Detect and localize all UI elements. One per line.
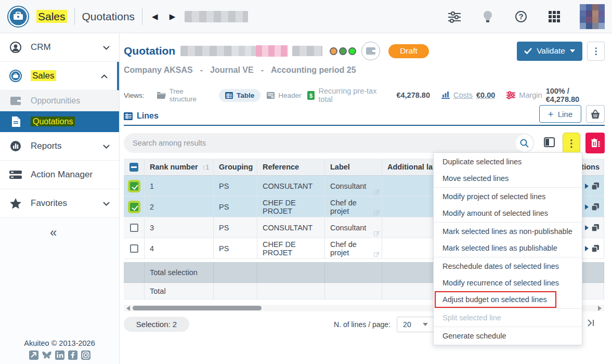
column-header-grouping[interactable]: Grouping <box>214 159 257 176</box>
search-input[interactable] <box>133 139 516 147</box>
menu-item-split-line: Split selected line <box>434 309 582 326</box>
sidebar-item-reports[interactable]: Reports <box>0 132 119 161</box>
sales-briefcase-icon <box>9 70 22 82</box>
edit-icon[interactable] <box>374 210 380 215</box>
sidebar-collapse-icon[interactable]: « <box>0 218 119 247</box>
header-view-icon <box>267 92 275 99</box>
prev-record-icon[interactable]: ◀ <box>150 11 160 22</box>
menu-item-generate-schedule[interactable]: Generate schedule <box>434 328 582 344</box>
help-icon[interactable]: ? <box>514 10 528 23</box>
column-header-label[interactable]: Label <box>325 159 382 176</box>
star-icon <box>9 198 22 209</box>
basket-icon <box>591 110 600 119</box>
row-checkbox-checked[interactable] <box>130 182 138 190</box>
copy-icon[interactable] <box>591 224 600 232</box>
menu-item-modify-recurrence[interactable]: Modify recurrence of selected lines <box>434 275 582 291</box>
scroll-right-icon[interactable] <box>598 306 602 311</box>
menu-divider <box>434 187 582 188</box>
menu-item-reschedule-dates[interactable]: Reschedule dates of selected lines <box>434 258 582 275</box>
menu-item-modify-project[interactable]: Modify project of selected lines <box>434 188 582 205</box>
per-page-label: N. of lines / page: <box>334 320 390 329</box>
chevron-up-icon <box>101 71 108 81</box>
akuiteo-logo-icon[interactable] <box>7 6 29 28</box>
search-icon[interactable] <box>516 135 533 152</box>
share-icon[interactable] <box>29 350 38 360</box>
next-record-icon[interactable]: ▶ <box>167 11 178 22</box>
document-icon <box>9 116 22 127</box>
breadcrumb-page[interactable]: Quotations <box>82 10 135 23</box>
edit-icon[interactable] <box>374 189 380 194</box>
edit-icon[interactable] <box>374 230 380 236</box>
menu-divider <box>434 308 582 309</box>
search-bar <box>124 133 535 153</box>
period-label: Accounting period 25 <box>271 66 356 75</box>
check-icon <box>524 48 532 54</box>
edit-icon[interactable] <box>374 251 380 257</box>
header-more-actions-button[interactable]: ⋮ <box>587 42 605 61</box>
wallet-icon <box>9 97 22 105</box>
menu-divider <box>434 257 582 257</box>
view-table[interactable]: Table <box>219 89 261 102</box>
add-line-button[interactable]: + Line <box>539 105 581 123</box>
sidebar-item-sales[interactable]: Sales <box>0 62 119 90</box>
sidebar-label: Reports <box>31 141 62 151</box>
scrollbar-thumb[interactable] <box>133 306 262 310</box>
costs-link[interactable]: Costs €0.00 <box>441 91 495 99</box>
lines-actions-context-menu: Duplicate selected lines Move selected l… <box>433 152 582 345</box>
views-label: Views: <box>124 92 145 99</box>
last-page-icon[interactable] <box>587 319 595 329</box>
delete-lines-button[interactable] <box>585 133 605 153</box>
open-line-icon[interactable] <box>585 184 589 189</box>
table-more-actions-button[interactable]: ⋮ <box>563 133 580 153</box>
menu-item-move[interactable]: Move selected lines <box>434 170 582 187</box>
sidebar-item-action-manager[interactable]: Action Manager <box>0 161 119 189</box>
apps-grid-icon[interactable] <box>548 10 561 23</box>
menu-item-modify-amount[interactable]: Modify amount of selected lines <box>434 205 582 222</box>
linkedin-icon[interactable] <box>55 350 64 360</box>
row-checkbox-checked[interactable] <box>130 203 138 211</box>
akuiteo-app: Sales Quotations ◀ ▶ ? <box>0 0 612 364</box>
sidebar-item-favorites[interactable]: Favorites <box>0 189 119 218</box>
facebook-icon[interactable] <box>68 350 77 360</box>
copy-icon[interactable] <box>591 182 600 190</box>
copy-icon[interactable] <box>591 244 600 253</box>
view-header[interactable]: Header <box>261 89 307 102</box>
per-page-select[interactable]: 20 <box>397 317 434 332</box>
sidebar-item-opportunities[interactable]: Opportunities <box>0 90 119 111</box>
copy-icon[interactable] <box>591 203 600 211</box>
module-name[interactable]: Sales <box>36 10 67 23</box>
menu-item-mark-publishable[interactable]: Mark selected lines as publishable <box>434 240 582 256</box>
open-line-icon[interactable] <box>585 225 589 230</box>
menu-divider <box>434 222 582 223</box>
report-chart-icon <box>9 140 22 152</box>
scroll-left-icon[interactable] <box>126 306 130 311</box>
row-checkbox[interactable] <box>130 224 138 232</box>
open-line-icon[interactable] <box>585 246 589 251</box>
user-avatar[interactable] <box>580 4 605 29</box>
view-tree-structure[interactable]: Tree structure <box>151 85 219 106</box>
display-settings-icon[interactable] <box>448 10 461 23</box>
margin-sliders-icon <box>506 91 515 99</box>
sidebar-label: CRM <box>31 42 51 53</box>
row-checkbox[interactable] <box>130 244 138 253</box>
app-footer: Akuiteo © 2013-2026 <box>0 339 119 360</box>
menu-item-duplicate[interactable]: Duplicate selected lines <box>434 153 582 170</box>
open-line-icon[interactable] <box>585 204 589 210</box>
column-header-reference[interactable]: Reference <box>257 159 325 176</box>
sort-indicator: ↑1 <box>202 163 210 171</box>
menu-item-adjust-budget[interactable]: Adjust budget on selected lines <box>434 291 582 308</box>
wallet-button[interactable] <box>361 42 380 60</box>
column-header-rank[interactable]: Rank number↑1 <box>145 159 214 176</box>
validate-button[interactable]: Validate <box>517 42 582 61</box>
butterfly-icon[interactable] <box>42 350 51 360</box>
instagram-icon[interactable] <box>81 350 90 360</box>
menu-item-mark-non-publishable[interactable]: Mark selected lines as non-publishable <box>434 223 582 240</box>
chevron-down-icon <box>103 42 110 53</box>
redacted-quotation-name <box>292 46 322 56</box>
basket-button[interactable] <box>586 105 605 123</box>
lightbulb-icon[interactable] <box>481 10 494 23</box>
sidebar-item-crm[interactable]: CRM <box>0 33 119 62</box>
sidebar-item-quotations[interactable]: Quotations <box>0 111 119 132</box>
select-all-checkbox[interactable] <box>129 163 138 172</box>
columns-settings-icon[interactable] <box>544 137 555 149</box>
